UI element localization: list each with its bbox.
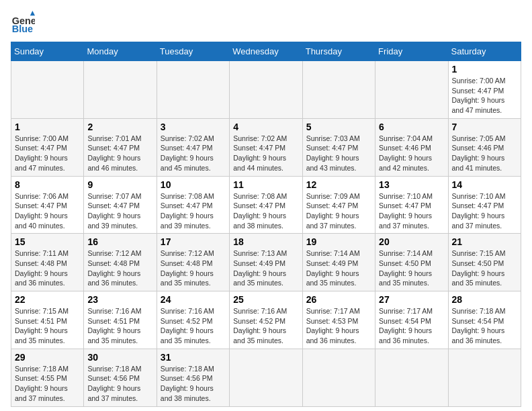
day-number: 12	[306, 179, 371, 190]
day-cell: 10Sunrise: 7:08 AMSunset: 4:47 PMDayligh…	[157, 176, 229, 234]
day-cell: 8Sunrise: 7:06 AMSunset: 4:47 PMDaylight…	[11, 176, 84, 234]
day-number: 5	[306, 122, 371, 132]
day-number: 27	[379, 294, 444, 305]
day-number: 11	[233, 179, 298, 190]
day-info: Sunrise: 7:18 AMSunset: 4:54 PMDaylight:…	[452, 306, 517, 346]
day-info: Sunrise: 7:02 AMSunset: 4:47 PMDaylight:…	[161, 134, 226, 173]
week-row-6: 29Sunrise: 7:18 AMSunset: 4:55 PMDayligh…	[11, 349, 521, 406]
day-info: Sunrise: 7:13 AMSunset: 4:49 PMDaylight:…	[233, 248, 298, 288]
day-cell: 5Sunrise: 7:03 AMSunset: 4:47 PMDaylight…	[302, 118, 375, 176]
day-cell: 21Sunrise: 7:15 AMSunset: 4:50 PMDayligh…	[448, 234, 521, 291]
day-number: 10	[161, 179, 226, 190]
day-cell: 31Sunrise: 7:18 AMSunset: 4:56 PMDayligh…	[157, 349, 229, 406]
day-cell: 22Sunrise: 7:15 AMSunset: 4:51 PMDayligh…	[11, 291, 84, 349]
day-number: 21	[452, 236, 517, 247]
calendar-table: SundayMondayTuesdayWednesdayThursdayFrid…	[11, 42, 521, 407]
day-number: 18	[233, 236, 298, 247]
day-info: Sunrise: 7:00 AMSunset: 4:47 PMDaylight:…	[15, 134, 80, 173]
day-number: 4	[233, 122, 298, 132]
day-header-saturday: Saturday	[448, 42, 521, 61]
day-cell: 26Sunrise: 7:17 AMSunset: 4:53 PMDayligh…	[302, 291, 375, 349]
day-cell: 18Sunrise: 7:13 AMSunset: 4:49 PMDayligh…	[230, 234, 302, 291]
day-cell: 29Sunrise: 7:18 AMSunset: 4:55 PMDayligh…	[11, 349, 84, 406]
day-cell: 13Sunrise: 7:10 AMSunset: 4:47 PMDayligh…	[375, 176, 448, 234]
day-number: 24	[161, 294, 226, 305]
week-row-3: 8Sunrise: 7:06 AMSunset: 4:47 PMDaylight…	[11, 176, 521, 234]
day-number: 29	[15, 352, 80, 363]
day-info: Sunrise: 7:12 AMSunset: 4:48 PMDaylight:…	[161, 248, 226, 288]
day-header-thursday: Thursday	[302, 42, 375, 61]
day-number: 6	[379, 122, 444, 132]
svg-marker-2	[30, 11, 35, 15]
day-number: 3	[161, 122, 226, 132]
week-row-1: 1Sunrise: 7:00 AMSunset: 4:47 PMDaylight…	[11, 61, 521, 119]
day-info: Sunrise: 7:12 AMSunset: 4:48 PMDaylight:…	[87, 248, 152, 288]
week-row-5: 22Sunrise: 7:15 AMSunset: 4:51 PMDayligh…	[11, 291, 521, 349]
day-cell: 2Sunrise: 7:01 AMSunset: 4:47 PMDaylight…	[84, 118, 157, 176]
day-number: 17	[161, 236, 226, 247]
day-number: 22	[15, 294, 80, 305]
day-number: 19	[306, 236, 371, 247]
day-cell	[375, 349, 448, 406]
day-cell	[302, 61, 375, 119]
day-cell: 16Sunrise: 7:12 AMSunset: 4:48 PMDayligh…	[84, 234, 157, 291]
day-cell: 1Sunrise: 7:00 AMSunset: 4:47 PMDaylight…	[448, 61, 521, 119]
page-header: General Blue	[11, 11, 521, 35]
day-info: Sunrise: 7:17 AMSunset: 4:53 PMDaylight:…	[306, 306, 371, 346]
day-cell: 17Sunrise: 7:12 AMSunset: 4:48 PMDayligh…	[157, 234, 229, 291]
day-info: Sunrise: 7:06 AMSunset: 4:47 PMDaylight:…	[15, 191, 80, 231]
day-number: 20	[379, 236, 444, 247]
day-number: 7	[452, 122, 517, 132]
day-info: Sunrise: 7:09 AMSunset: 4:47 PMDaylight:…	[306, 191, 371, 231]
day-cell	[11, 61, 84, 119]
day-header-friday: Friday	[375, 42, 448, 61]
day-cell	[302, 349, 375, 406]
logo: General Blue	[11, 11, 38, 35]
day-info: Sunrise: 7:17 AMSunset: 4:54 PMDaylight:…	[379, 306, 444, 346]
day-cell: 24Sunrise: 7:16 AMSunset: 4:52 PMDayligh…	[157, 291, 229, 349]
day-info: Sunrise: 7:16 AMSunset: 4:51 PMDaylight:…	[87, 306, 152, 346]
day-number: 31	[161, 352, 226, 363]
day-cell: 12Sunrise: 7:09 AMSunset: 4:47 PMDayligh…	[302, 176, 375, 234]
day-info: Sunrise: 7:10 AMSunset: 4:47 PMDaylight:…	[379, 191, 444, 231]
day-info: Sunrise: 7:16 AMSunset: 4:52 PMDaylight:…	[161, 306, 226, 346]
week-row-4: 15Sunrise: 7:11 AMSunset: 4:48 PMDayligh…	[11, 234, 521, 291]
day-cell: 28Sunrise: 7:18 AMSunset: 4:54 PMDayligh…	[448, 291, 521, 349]
day-cell: 20Sunrise: 7:14 AMSunset: 4:50 PMDayligh…	[375, 234, 448, 291]
day-cell: 7Sunrise: 7:05 AMSunset: 4:46 PMDaylight…	[448, 118, 521, 176]
day-info: Sunrise: 7:16 AMSunset: 4:52 PMDaylight:…	[233, 306, 298, 346]
day-number: 8	[15, 179, 80, 190]
day-number: 23	[87, 294, 152, 305]
day-info: Sunrise: 7:05 AMSunset: 4:46 PMDaylight:…	[452, 134, 517, 173]
day-cell: 6Sunrise: 7:04 AMSunset: 4:46 PMDaylight…	[375, 118, 448, 176]
day-info: Sunrise: 7:18 AMSunset: 4:56 PMDaylight:…	[87, 364, 152, 404]
day-cell	[375, 61, 448, 119]
day-cell	[157, 61, 229, 119]
day-cell: 3Sunrise: 7:02 AMSunset: 4:47 PMDaylight…	[157, 118, 229, 176]
day-info: Sunrise: 7:00 AMSunset: 4:47 PMDaylight:…	[452, 76, 517, 116]
day-info: Sunrise: 7:03 AMSunset: 4:47 PMDaylight:…	[306, 134, 371, 173]
day-info: Sunrise: 7:14 AMSunset: 4:50 PMDaylight:…	[379, 248, 444, 288]
day-number: 25	[233, 294, 298, 305]
day-info: Sunrise: 7:07 AMSunset: 4:47 PMDaylight:…	[87, 191, 152, 231]
day-number: 1	[15, 122, 80, 132]
day-cell	[448, 349, 521, 406]
day-info: Sunrise: 7:01 AMSunset: 4:47 PMDaylight:…	[87, 134, 152, 173]
day-number: 2	[87, 122, 152, 132]
day-number: 28	[452, 294, 517, 305]
day-cell: 4Sunrise: 7:02 AMSunset: 4:47 PMDaylight…	[230, 118, 302, 176]
day-number: 26	[306, 294, 371, 305]
day-info: Sunrise: 7:02 AMSunset: 4:47 PMDaylight:…	[233, 134, 298, 173]
day-cell: 25Sunrise: 7:16 AMSunset: 4:52 PMDayligh…	[230, 291, 302, 349]
day-number: 1	[452, 64, 517, 75]
day-cell: 19Sunrise: 7:14 AMSunset: 4:49 PMDayligh…	[302, 234, 375, 291]
day-header-monday: Monday	[84, 42, 157, 61]
day-cell	[230, 61, 302, 119]
day-header-tuesday: Tuesday	[157, 42, 229, 61]
day-cell: 9Sunrise: 7:07 AMSunset: 4:47 PMDaylight…	[84, 176, 157, 234]
day-number: 16	[87, 236, 152, 247]
day-cell: 15Sunrise: 7:11 AMSunset: 4:48 PMDayligh…	[11, 234, 84, 291]
day-cell	[84, 61, 157, 119]
day-cell: 30Sunrise: 7:18 AMSunset: 4:56 PMDayligh…	[84, 349, 157, 406]
day-info: Sunrise: 7:08 AMSunset: 4:47 PMDaylight:…	[161, 191, 226, 231]
